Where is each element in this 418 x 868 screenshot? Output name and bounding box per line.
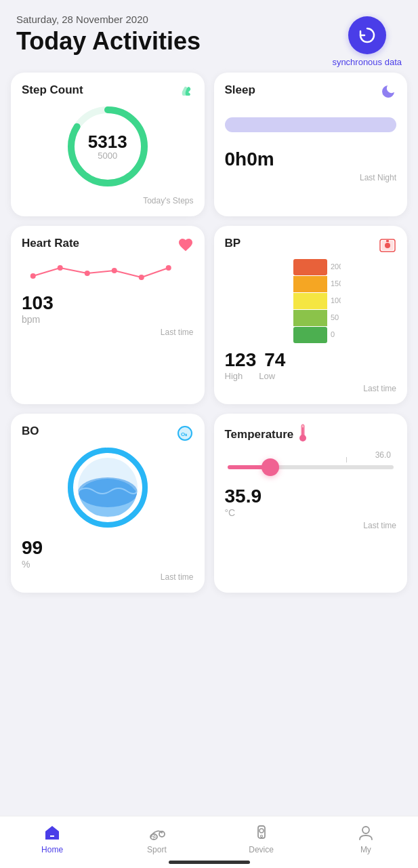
bp-icon [379,237,396,257]
bo-chart [22,443,194,532]
step-count-center: 5313 5000 [88,133,127,161]
step-count-ring-container: 5313 5000 [22,102,194,191]
step-count-title: Step Count [22,83,194,97]
nav-label-home: Home [41,845,63,854]
heart-rate-unit: bpm [22,314,194,325]
svg-point-7 [166,265,171,271]
svg-rect-15 [293,310,327,326]
sleep-label: Last Night [225,173,397,182]
temperature-unit: °C [225,507,397,518]
nav-label-sport: Sport [147,845,167,854]
svg-text:O₂: O₂ [181,431,188,437]
temperature-title: Temperature [225,428,294,441]
device-icon [252,823,271,842]
bp-low-label: Low [259,371,275,381]
nav-item-my[interactable]: My [342,823,390,854]
svg-rect-39 [258,826,265,838]
bp-labels: High Low [225,371,397,381]
nav-item-sport[interactable]: Sport [133,823,180,854]
bo-value: 99 [22,537,194,559]
bo-label: Last time [22,572,194,582]
temperature-card: Temperature 36.0 35.9 °C [214,414,408,593]
header-left: Saturday, 28 November 2020 Today Activit… [16,14,201,55]
sleep-value: 0h0m [225,149,397,170]
step-count-ring: 5313 5000 [64,102,152,191]
sync-label: synchronous data [332,57,402,67]
svg-point-5 [112,268,117,273]
sleep-bar [225,117,397,132]
header-date: Saturday, 28 November 2020 [16,14,201,25]
bp-high-value: 123 [225,349,257,371]
heart-rate-card: Heart Rate 103 bpm Last time [11,226,205,404]
bo-icon: O₂ [176,425,194,445]
svg-point-2 [30,273,36,279]
bo-card: BO O₂ [11,414,205,593]
my-icon [356,823,375,842]
bp-card: BP 200 150 100 50 0 [214,226,408,404]
svg-point-3 [58,265,63,271]
sync-circle [348,16,386,54]
sleep-title: Sleep [225,83,397,97]
temperature-slider-area: 36.0 [225,450,397,469]
svg-text:200: 200 [331,262,341,271]
svg-rect-14 [293,293,327,309]
svg-text:50: 50 [331,313,339,321]
heart-rate-value: 103 [22,292,194,314]
svg-point-42 [362,827,369,833]
svg-text:0: 0 [331,330,335,338]
heart-rate-title: Heart Rate [22,237,194,250]
svg-rect-13 [293,276,327,292]
svg-rect-12 [293,259,327,275]
svg-line-37 [152,835,155,837]
header: Saturday, 28 November 2020 Today Activit… [0,0,418,73]
temperature-value: 35.9 [225,486,397,507]
step-count-goal: 5000 [88,151,127,161]
svg-rect-33 [302,427,304,435]
svg-point-41 [259,829,264,833]
temp-marker-label: 36.0 [375,450,391,460]
page-title: Today Activities [16,28,201,55]
bp-chart: 200 150 100 50 0 [225,256,397,344]
step-count-value: 5313 [88,133,127,151]
bp-title: BP [225,237,397,250]
svg-point-10 [385,243,390,248]
svg-rect-34 [49,837,55,840]
nav-label-my: My [360,845,371,854]
nav-item-device[interactable]: Device [238,823,285,854]
sleep-card: Sleep 0h0m Last Night [214,73,408,216]
home-indicator [169,861,250,864]
svg-text:100: 100 [331,296,341,304]
heart-rate-chart [22,256,194,290]
bp-label: Last time [225,384,397,393]
sync-button[interactable]: synchronous data [332,16,402,67]
svg-rect-11 [386,240,389,242]
sync-icon [357,25,377,45]
svg-point-32 [299,435,306,441]
heart-icon [177,237,194,256]
heart-rate-label: Last time [22,328,194,337]
bo-unit: % [22,559,194,570]
svg-point-40 [260,835,262,837]
svg-point-6 [139,275,144,280]
steps-icon [177,83,194,102]
svg-rect-16 [293,327,327,343]
nav-label-device: Device [249,845,274,854]
cards-grid: Step Count 5313 5000 Today's Steps [0,73,418,593]
bp-low-value: 74 [264,349,285,371]
bp-values: 123 74 [225,349,397,371]
svg-text:150: 150 [331,279,341,288]
sport-icon [147,823,166,842]
sleep-icon [380,83,396,102]
bo-title: BO [22,425,194,438]
nav-item-home[interactable]: Home [28,823,76,854]
temperature-label: Last time [225,521,397,530]
step-count-card: Step Count 5313 5000 Today's Steps [11,73,205,216]
home-icon [43,823,62,842]
thermometer-icon [296,423,310,445]
svg-line-38 [153,837,156,838]
svg-point-4 [85,271,90,276]
step-count-label: Today's Steps [22,196,194,205]
bp-high-label: High [225,371,243,381]
